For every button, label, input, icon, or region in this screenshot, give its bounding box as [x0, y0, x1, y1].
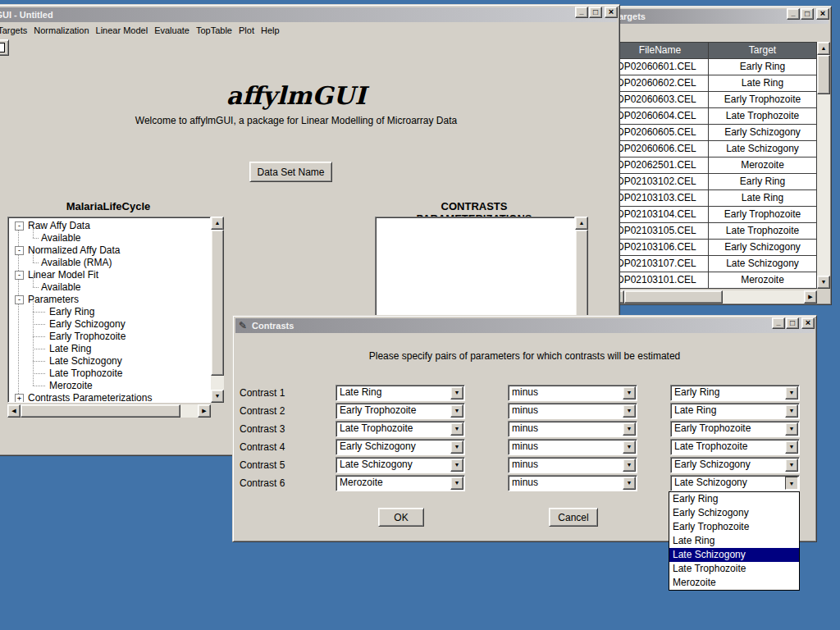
chevron-down-icon[interactable]: ▼ — [623, 459, 636, 472]
tree-item[interactable]: Late Trophozoite — [8, 368, 210, 380]
chevron-down-icon[interactable]: ▼ — [623, 404, 636, 418]
tree-item[interactable]: +Contrasts Parameterizations — [8, 392, 210, 403]
table-row[interactable]: DP02103107.CELLate Schizogony — [612, 256, 817, 272]
maximize-icon[interactable]: □ — [786, 317, 799, 329]
contrast3-left-select[interactable]: Late Trophozoite▼ — [336, 421, 465, 437]
maximize-icon[interactable]: □ — [801, 8, 814, 20]
scroll-down-icon[interactable]: ▼ — [211, 390, 224, 403]
scroll-up-icon[interactable]: ▲ — [817, 42, 830, 55]
contrast2-operator-select[interactable]: minus▼ — [508, 403, 637, 419]
table-row[interactable]: DP02103104.CELEarly Trophozoite — [612, 207, 817, 223]
tree-expand-icon[interactable]: + — [15, 394, 24, 403]
targets-horizontal-scrollbar[interactable]: ◀ ▶ — [611, 290, 817, 304]
contrast6-left-select[interactable]: Merozoite▼ — [336, 475, 465, 491]
contrast4-operator-select[interactable]: minus▼ — [508, 439, 637, 455]
contrast6-operator-select[interactable]: minus▼ — [508, 475, 637, 491]
dropdown-option-selected[interactable]: Late Schizogony — [669, 548, 799, 562]
table-row[interactable]: DP02103105.CELLate Trophozoite — [612, 223, 817, 240]
scroll-right-icon[interactable]: ▶ — [804, 290, 817, 304]
contrast1-left-select[interactable]: Late Ring▼ — [336, 385, 465, 401]
dropdown-option[interactable]: Merozoite — [669, 576, 799, 590]
contrast4-left-select[interactable]: Early Schizogony▼ — [336, 439, 465, 455]
chevron-down-icon[interactable]: ▼ — [623, 386, 636, 399]
tree-item[interactable]: -Normalized Affy Data — [8, 244, 210, 257]
menu-evaluate[interactable]: Evaluate — [151, 24, 193, 37]
menu-plot[interactable]: Plot — [235, 24, 258, 37]
tree-collapse-icon[interactable]: - — [15, 221, 24, 231]
table-row[interactable]: DP02060603.CELEarly Trophozoite — [612, 92, 817, 108]
maximize-icon[interactable]: □ — [589, 7, 602, 18]
close-icon[interactable]: × — [605, 7, 618, 18]
menu-normalization[interactable]: Normalization — [30, 24, 92, 37]
tree-item[interactable]: Early Schizogony — [8, 318, 210, 331]
table-row[interactable]: DP02103102.CELEarly Ring — [612, 174, 817, 190]
chevron-down-icon[interactable]: ▼ — [623, 477, 636, 490]
chevron-down-icon[interactable]: ▼ — [785, 404, 798, 418]
ok-button[interactable]: OK — [378, 508, 424, 527]
contrast2-right-select[interactable]: Late Ring▼ — [670, 403, 800, 419]
scrollbar-thumb[interactable] — [211, 230, 224, 376]
contrast5-left-select[interactable]: Late Schizogony▼ — [336, 457, 465, 473]
tree-horizontal-scrollbar[interactable]: ◀ ▶ — [7, 404, 211, 418]
minimize-icon[interactable]: _ — [575, 7, 588, 18]
tree-item[interactable]: Late Ring — [8, 343, 210, 355]
chevron-down-icon[interactable]: ▼ — [450, 404, 463, 418]
tree-collapse-icon[interactable]: - — [15, 246, 24, 255]
toolbar-button[interactable] — [0, 39, 9, 56]
menu-rna-targets[interactable]: RNA Targets — [0, 24, 30, 37]
table-row[interactable]: DP02060602.CELLate Ring — [612, 75, 817, 92]
chevron-down-icon[interactable]: ▼ — [450, 422, 463, 436]
contrasts-titlebar[interactable]: ✎ Contrasts — [235, 318, 814, 333]
dropdown-option[interactable]: Late Ring — [669, 534, 799, 548]
menu-help[interactable]: Help — [258, 24, 283, 37]
minimize-icon[interactable]: _ — [772, 317, 785, 329]
column-header-target[interactable]: Target — [709, 43, 817, 59]
dropdown-option[interactable]: Early Ring — [669, 492, 799, 506]
tree-collapse-icon[interactable]: - — [15, 295, 24, 304]
chevron-down-icon[interactable]: ▼ — [450, 477, 463, 490]
dropdown-option[interactable]: Early Trophozoite — [669, 520, 799, 534]
scrollbar-thumb[interactable] — [21, 404, 180, 418]
table-row[interactable]: DP02103103.CELLate Ring — [612, 190, 817, 207]
tree-item[interactable]: -Linear Model Fit — [8, 269, 210, 281]
main-titlebar[interactable]: affylmGUI - Untitled — [0, 7, 617, 22]
tree-item[interactable]: Merozoite — [8, 380, 210, 392]
dataset-name-button[interactable]: Data Set Name — [249, 162, 332, 182]
chevron-down-icon[interactable]: ▼ — [450, 386, 463, 399]
table-row[interactable]: DP02060604.CELLate Trophozoite — [612, 108, 817, 125]
tree-item[interactable]: Available — [8, 232, 210, 244]
contrast3-right-select[interactable]: Early Trophozoite▼ — [670, 421, 800, 437]
scroll-down-icon[interactable]: ▼ — [817, 276, 830, 289]
chevron-down-icon[interactable]: ▼ — [623, 422, 636, 436]
chevron-down-icon[interactable]: ▼ — [785, 422, 798, 436]
tree-item[interactable]: Late Schizogony — [8, 355, 210, 368]
contrast1-operator-select[interactable]: minus▼ — [508, 385, 637, 401]
chevron-down-icon[interactable]: ▼ — [450, 459, 463, 472]
contrast3-operator-select[interactable]: minus▼ — [508, 421, 637, 437]
close-icon[interactable]: × — [801, 317, 815, 329]
tree-item[interactable]: -Parameters — [8, 294, 210, 306]
scrollbar-thumb[interactable] — [817, 55, 830, 94]
contrast1-right-select[interactable]: Early Ring▼ — [670, 385, 800, 401]
tree-item[interactable]: Available — [8, 281, 210, 294]
tree-item[interactable]: Early Ring — [8, 306, 210, 318]
tree-item[interactable]: Available (RMA) — [8, 257, 210, 269]
table-row[interactable]: DP02060605.CELEarly Schizogony — [612, 125, 817, 141]
menu-linear-model[interactable]: Linear Model — [93, 24, 152, 37]
contrast5-operator-select[interactable]: minus▼ — [508, 457, 637, 473]
chevron-down-icon[interactable]: ▼ — [785, 477, 798, 490]
table-row[interactable]: DP02103101.CELMerozoite — [612, 272, 817, 289]
menu-toptable[interactable]: TopTable — [193, 24, 235, 37]
dropdown-option[interactable]: Late Trophozoite — [669, 562, 799, 576]
scroll-up-icon[interactable]: ▲ — [211, 217, 224, 230]
chevron-down-icon[interactable]: ▼ — [785, 441, 798, 454]
tree-item[interactable]: -Raw Affy Data — [8, 220, 210, 232]
contrast6-right-select[interactable]: Late Schizogony▼ — [670, 475, 800, 491]
scroll-up-icon[interactable]: ▲ — [575, 217, 588, 230]
tree-item[interactable]: Early Trophozoite — [8, 331, 210, 343]
minimize-icon[interactable]: _ — [787, 8, 800, 20]
table-row[interactable]: DP02103106.CELEarly Schizogony — [612, 240, 817, 256]
targets-vertical-scrollbar[interactable]: ▲ ▼ — [817, 42, 830, 289]
chevron-down-icon[interactable]: ▼ — [785, 386, 798, 399]
contrast2-left-select[interactable]: Early Trophozoite▼ — [336, 403, 465, 419]
